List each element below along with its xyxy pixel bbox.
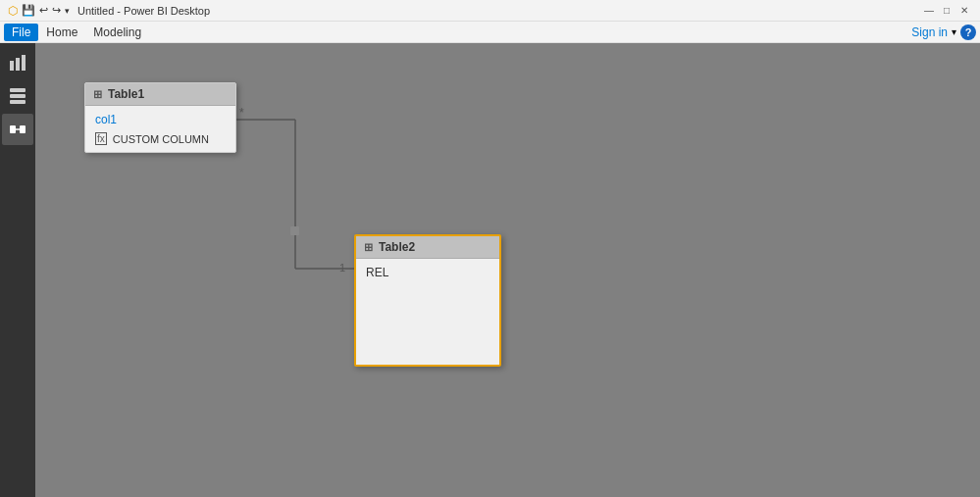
- table1-body: col1 fx CUSTOM COLUMN: [85, 106, 235, 152]
- table2-body: REL: [356, 259, 499, 357]
- signin-link[interactable]: Sign in: [911, 25, 948, 39]
- table2-rel-name: REL: [366, 266, 388, 279]
- toolbar-dropdown[interactable]: ▾: [65, 6, 70, 16]
- table1-custom-col-row[interactable]: fx CUSTOM COLUMN: [85, 129, 235, 148]
- table1-header: ⊞ Table1: [85, 83, 235, 106]
- title-bar: ⬡ 💾 ↩ ↪ ▾ Untitled - Power BI Desktop — …: [0, 0, 980, 22]
- svg-rect-3: [10, 88, 26, 92]
- app-icon: ⬡: [8, 4, 18, 18]
- svg-rect-7: [20, 125, 26, 133]
- title-bar-controls: — □ ✕: [921, 3, 972, 19]
- sidebar-icon-data[interactable]: [2, 80, 33, 112]
- svg-text:*: *: [239, 106, 244, 120]
- svg-rect-6: [10, 125, 16, 133]
- app-title: Untitled - Power BI Desktop: [77, 5, 210, 17]
- title-bar-left: ⬡ 💾 ↩ ↪ ▾ Untitled - Power BI Desktop: [8, 4, 210, 18]
- table2-card[interactable]: ⊞ Table2 REL: [354, 234, 501, 367]
- menu-home[interactable]: Home: [38, 24, 85, 41]
- toolbar-undo[interactable]: ↩: [39, 4, 48, 17]
- table1-col1-name: col1: [95, 113, 117, 126]
- main-layout: * 1 ⊞ Table1 col1 fx CUSTOM COLUMN: [0, 43, 980, 497]
- maximize-button[interactable]: □: [939, 3, 954, 19]
- signin-dropdown-icon[interactable]: ▾: [952, 26, 956, 37]
- svg-text:1: 1: [339, 262, 345, 273]
- toolbar-save[interactable]: 💾: [22, 4, 35, 17]
- menu-file[interactable]: File: [4, 24, 38, 41]
- table1-col1-row[interactable]: col1: [85, 110, 235, 129]
- table1-card[interactable]: ⊞ Table1 col1 fx CUSTOM COLUMN: [84, 82, 236, 153]
- table2-name: Table2: [379, 240, 415, 254]
- svg-rect-14: [290, 226, 299, 235]
- menu-modeling[interactable]: Modeling: [85, 24, 149, 41]
- svg-rect-1: [16, 58, 20, 71]
- minimize-button[interactable]: —: [921, 3, 937, 19]
- table2-header-icon: ⊞: [364, 241, 373, 254]
- svg-rect-5: [10, 100, 26, 104]
- menu-bar: File Home Modeling Sign in ▾ ?: [0, 22, 980, 43]
- table1-header-icon: ⊞: [93, 88, 102, 101]
- table1-name: Table1: [108, 87, 144, 101]
- help-icon[interactable]: ?: [960, 25, 976, 40]
- svg-rect-4: [10, 94, 26, 98]
- close-button[interactable]: ✕: [956, 3, 972, 19]
- table2-header: ⊞ Table2: [356, 236, 499, 259]
- menu-bar-right: Sign in ▾ ?: [911, 25, 976, 40]
- table2-rel-row[interactable]: REL: [356, 263, 499, 282]
- sidebar-icon-model[interactable]: [2, 114, 33, 145]
- svg-rect-0: [10, 61, 14, 71]
- sidebar: [0, 43, 35, 497]
- custom-col-icon: fx: [95, 132, 107, 145]
- svg-rect-2: [22, 55, 26, 71]
- toolbar-redo[interactable]: ↪: [52, 4, 61, 17]
- sidebar-icon-report[interactable]: [2, 47, 33, 78]
- table1-custom-col-name: CUSTOM COLUMN: [113, 133, 209, 145]
- canvas-area[interactable]: * 1 ⊞ Table1 col1 fx CUSTOM COLUMN: [35, 43, 980, 497]
